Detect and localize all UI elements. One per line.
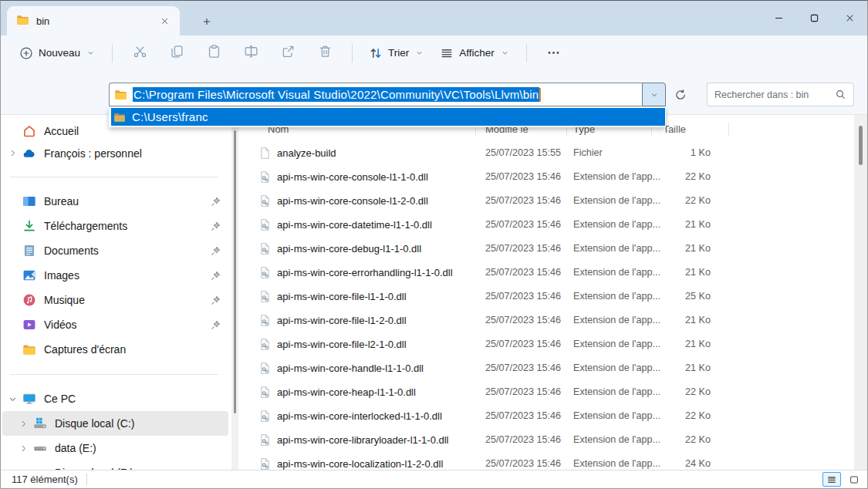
window-controls [761, 1, 867, 35]
view-toggles [822, 472, 863, 487]
file-size: 21 Ko [640, 339, 711, 349]
share-button[interactable] [272, 40, 303, 66]
more-button[interactable] [539, 40, 569, 66]
view-list-icon [440, 46, 454, 60]
chevron-right-icon[interactable] [13, 443, 33, 454]
view-button[interactable]: Afficher [432, 40, 518, 66]
file-row-api-ms-win-core-file-l1-1-0-dll[interactable]: api-ms-win-core-file-l1-1-0.dll25/07/202… [238, 285, 854, 309]
column-resize-handle[interactable] [728, 123, 729, 137]
file-row-api-ms-win-core-interlocked-l1-1-0-dll[interactable]: api-ms-win-core-interlocked-l1-1-0.dll25… [238, 404, 854, 428]
new-tab-button[interactable] [196, 11, 217, 32]
sidebar-item-fran-ois-personnel[interactable]: François : personnel [2, 142, 228, 164]
drive-icon [33, 441, 47, 455]
videos-icon [22, 318, 36, 332]
sidebar-item-label: Bureau [44, 195, 210, 207]
sort-button[interactable]: Trier [361, 40, 432, 66]
tab-bin[interactable]: bin [7, 6, 180, 35]
large-icons-view-button[interactable] [845, 472, 863, 487]
sidebar-item-captures-d-cran[interactable]: Captures d'écran [2, 337, 228, 362]
file-name: api-ms-win-core-console-l1-2-0.dll [277, 195, 428, 207]
file-row-api-ms-win-core-libraryloader-l1-1-0-dll[interactable]: api-ms-win-core-libraryloader-l1-1-0.dll… [238, 428, 854, 452]
sidebar-item-bureau[interactable]: Bureau [2, 189, 228, 214]
toolbar-separator [352, 44, 353, 62]
sidebar-scrollbar-thumb[interactable] [234, 130, 236, 413]
folder-icon [113, 111, 126, 123]
file-name: api-ms-win-core-heap-l1-1-0.dll [277, 386, 416, 398]
sidebar-item-disque-local-c[interactable]: Disque local (C:) [2, 411, 228, 436]
minimize-button[interactable] [761, 1, 796, 35]
chevron-down-icon [86, 48, 96, 58]
dll-icon [258, 266, 272, 279]
rename-button[interactable] [235, 40, 266, 66]
dll-icon [258, 170, 272, 184]
search-icon[interactable] [835, 89, 846, 100]
sidebar-scrollbar-track[interactable] [231, 115, 238, 470]
copy-button[interactable] [161, 40, 192, 66]
chevron-down-icon[interactable] [2, 394, 22, 404]
chevron-right-icon[interactable] [13, 419, 33, 429]
file-row-api-ms-win-core-file-l1-2-0-dll[interactable]: api-ms-win-core-file-l1-2-0.dll25/07/202… [238, 309, 854, 332]
file-row-api-ms-win-core-handle-l1-1-0-dll[interactable]: api-ms-win-core-handle-l1-1-0.dll25/07/2… [238, 356, 854, 380]
dll-icon [258, 362, 272, 375]
chevron-down-icon [414, 48, 424, 58]
file-modified-date: 25/07/2023 15:46 [485, 386, 561, 397]
file-list-scrollbar-thumb[interactable] [859, 126, 863, 165]
file-row-api-ms-win-core-errorhandling-l1-1-0-dll[interactable]: api-ms-win-core-errorhandling-l1-1-0.dll… [238, 261, 854, 285]
sidebar-item-data-e[interactable]: data (E:) [2, 436, 228, 460]
sidebar-item-label: Ce PC [44, 393, 228, 405]
file-row-api-ms-win-core-console-l1-2-0-dll[interactable]: api-ms-win-core-console-l1-2-0.dll25/07/… [238, 189, 854, 213]
suggestion-label: C:\Users\franc [132, 110, 208, 123]
file-name: analyze-build [277, 147, 336, 159]
pin-icon [210, 295, 221, 306]
file-row-api-ms-win-core-datetime-l1-1-0-dll[interactable]: api-ms-win-core-datetime-l1-1-0.dll25/07… [238, 213, 854, 237]
file-row-api-ms-win-core-console-l1-1-0-dll[interactable]: api-ms-win-core-console-l1-1-0.dll25/07/… [238, 165, 854, 189]
file-row-api-ms-win-core-file-l2-1-0-dll[interactable]: api-ms-win-core-file-l2-1-0.dll25/07/202… [238, 332, 854, 356]
search-input[interactable]: Rechercher dans : bin [707, 83, 854, 106]
sidebar-item-ce-pc[interactable]: Ce PC [2, 386, 228, 411]
chevron-right-icon[interactable] [2, 148, 22, 158]
tab-close-icon[interactable] [156, 12, 174, 30]
sidebar-separator [1, 362, 238, 386]
file-list-scrollbar-track[interactable] [854, 115, 867, 470]
navigation-pane: AccueilFrançois : personnelBureauTélécha… [1, 115, 238, 470]
new-button[interactable]: Nouveau [12, 40, 103, 66]
file-row-api-ms-win-core-heap-l1-1-0-dll[interactable]: api-ms-win-core-heap-l1-1-0.dll25/07/202… [238, 380, 854, 404]
file-modified-date: 25/07/2023 15:46 [485, 315, 561, 325]
file-row-analyze-build[interactable]: analyze-build25/07/2023 15:55Fichier1 Ko [238, 141, 854, 165]
maximize-button[interactable] [796, 1, 832, 35]
address-dropdown-button[interactable] [642, 83, 666, 106]
sidebar-item-musique[interactable]: Musique [2, 288, 228, 312]
plus-circle-icon [19, 46, 33, 60]
address-input[interactable]: C:\Program Files\Microsoft Visual Studio… [109, 83, 642, 106]
dll-icon [258, 314, 272, 327]
folder-icon [114, 88, 127, 101]
paste-button[interactable] [198, 40, 229, 66]
file-modified-date: 25/07/2023 15:46 [485, 458, 561, 469]
music-icon [22, 293, 36, 307]
file-row-api-ms-win-core-debug-l1-1-0-dll[interactable]: api-ms-win-core-debug-l1-1-0.dll25/07/20… [238, 237, 854, 261]
cut-button[interactable] [124, 40, 155, 66]
view-thumb-icon [849, 474, 860, 485]
sidebar-item-t-l-chargements[interactable]: Téléchargements [2, 214, 228, 238]
file-size: 21 Ko [640, 315, 711, 325]
close-button[interactable] [832, 1, 867, 35]
file-modified-date: 25/07/2023 15:46 [485, 363, 561, 373]
sort-icon [369, 46, 383, 60]
file-size: 25 Ko [640, 291, 711, 302]
titlebar[interactable]: bin [1, 1, 867, 35]
details-view-button[interactable] [822, 472, 841, 487]
sidebar-item-disque-local-f[interactable]: Disque local (F:) [2, 460, 228, 470]
sidebar-item-vid-os[interactable]: Vidéos [2, 312, 228, 337]
file-modified-date: 25/07/2023 15:46 [485, 410, 561, 421]
downloads-icon [22, 219, 36, 233]
delete-button[interactable] [309, 40, 340, 66]
sidebar-item-documents[interactable]: Documents [2, 238, 228, 263]
file-modified-date: 25/07/2023 15:46 [485, 291, 561, 302]
autocomplete-suggestion[interactable]: C:\Users\franc [111, 108, 665, 126]
dll-icon [258, 242, 272, 255]
refresh-button[interactable] [670, 84, 691, 106]
dll-icon [258, 433, 272, 447]
address-path-selected-text: C:\Program Files\Microsoft Visual Studio… [133, 87, 539, 102]
sidebar-item-images[interactable]: Images [2, 263, 228, 288]
file-row-api-ms-win-core-localization-l1-2-0-dll[interactable]: api-ms-win-core-localization-l1-2-0.dll2… [238, 452, 854, 470]
